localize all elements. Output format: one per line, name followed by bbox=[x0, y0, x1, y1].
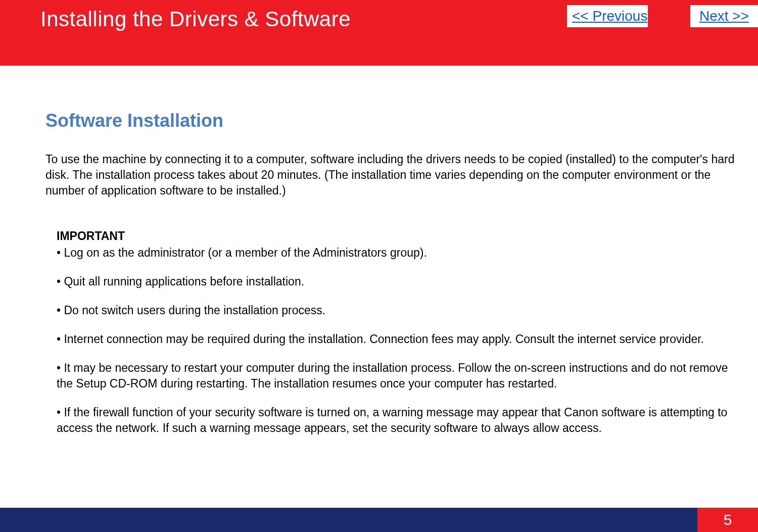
intro-paragraph: To use the machine by connecting it to a… bbox=[45, 152, 745, 199]
bullet-item: • It may be necessary to restart your co… bbox=[57, 360, 744, 392]
section-heading: Software Installation bbox=[45, 110, 223, 131]
page-number: 5 bbox=[697, 508, 758, 532]
bullet-item: • Do not switch users during the install… bbox=[57, 303, 744, 318]
page-title: Installing the Drivers & Software bbox=[40, 7, 351, 31]
important-label: IMPORTANT bbox=[57, 228, 744, 244]
bullet-item: • If the firewall function of your secur… bbox=[57, 405, 744, 436]
bullet-item: • Log on as the administrator (or a memb… bbox=[57, 245, 744, 261]
footer-bar bbox=[0, 508, 758, 532]
next-button[interactable]: Next >> bbox=[690, 5, 758, 27]
important-block: IMPORTANT • Log on as the administrator … bbox=[57, 228, 744, 449]
previous-link[interactable]: << Previous bbox=[572, 8, 647, 24]
next-link[interactable]: Next >> bbox=[699, 8, 749, 24]
bullet-item: • Internet connection may be required du… bbox=[57, 331, 744, 347]
previous-button[interactable]: << Previous bbox=[567, 5, 648, 27]
header-bar: Installing the Drivers & Software << Pre… bbox=[0, 0, 758, 66]
bullet-item: • Quit all running applications before i… bbox=[57, 274, 744, 289]
